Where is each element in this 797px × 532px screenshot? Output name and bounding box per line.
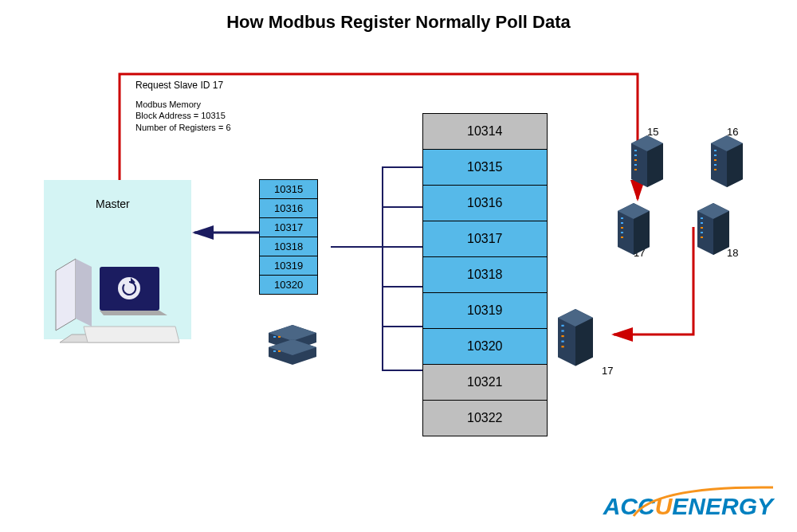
device-stack-icon bbox=[269, 325, 316, 365]
server-icon-18 bbox=[697, 203, 729, 255]
logo-part3: ENERGY bbox=[672, 493, 773, 519]
server-label-17: 17 bbox=[634, 247, 645, 259]
svg-rect-9 bbox=[273, 350, 276, 352]
response-table: 10315 10316 10317 10318 10319 10320 bbox=[259, 179, 318, 295]
response-cell: 10315 bbox=[260, 180, 318, 199]
svg-rect-7 bbox=[273, 336, 276, 338]
memory-block-label: Modbus Memory Block Address = 10315 Numb… bbox=[135, 99, 231, 133]
server-label-16: 16 bbox=[727, 126, 738, 138]
server-label-17b: 17 bbox=[602, 365, 613, 377]
register-cell: 10322 bbox=[423, 401, 548, 436]
diagram-title: How Modbus Register Normally Poll Data bbox=[0, 12, 797, 33]
register-cell: 10320 bbox=[423, 329, 548, 365]
server-icon-15 bbox=[631, 135, 663, 187]
register-cell: 10314 bbox=[423, 114, 548, 150]
mem-line1: Modbus Memory bbox=[135, 100, 201, 109]
response-cell: 10317 bbox=[260, 218, 318, 237]
logo-part2: U bbox=[655, 493, 673, 519]
register-cell: 10319 bbox=[423, 293, 548, 329]
bracket-line bbox=[383, 167, 422, 370]
forward-arrow bbox=[614, 227, 693, 334]
request-arrow bbox=[120, 74, 638, 199]
server-icon-16 bbox=[711, 135, 743, 187]
register-cell: 10321 bbox=[423, 365, 548, 401]
register-cell: 10318 bbox=[423, 257, 548, 293]
request-label: Request Slave ID 17 bbox=[135, 80, 223, 91]
register-cell: 10317 bbox=[423, 221, 548, 257]
response-cell: 10320 bbox=[260, 276, 318, 295]
bracket-ticks bbox=[383, 207, 422, 327]
svg-rect-8 bbox=[278, 336, 281, 338]
svg-rect-10 bbox=[278, 350, 281, 352]
server-label-15: 15 bbox=[647, 126, 658, 138]
server-icon-17b bbox=[558, 309, 593, 366]
server-label-18: 18 bbox=[727, 247, 738, 259]
master-label: Master bbox=[96, 198, 130, 210]
accuenergy-logo: ACCUENERGY bbox=[603, 493, 773, 520]
response-cell: 10319 bbox=[260, 256, 318, 276]
register-cell: 10315 bbox=[423, 150, 548, 186]
mem-line2: Block Address = 10315 bbox=[135, 111, 226, 120]
logo-part1: ACC bbox=[603, 493, 655, 519]
register-table: 10314 10315 10316 10317 10318 10319 1032… bbox=[422, 113, 548, 436]
mem-line3: Number of Registers = 6 bbox=[135, 123, 231, 132]
response-cell: 10318 bbox=[260, 237, 318, 256]
register-cell: 10316 bbox=[423, 186, 548, 221]
response-cell: 10316 bbox=[260, 199, 318, 218]
